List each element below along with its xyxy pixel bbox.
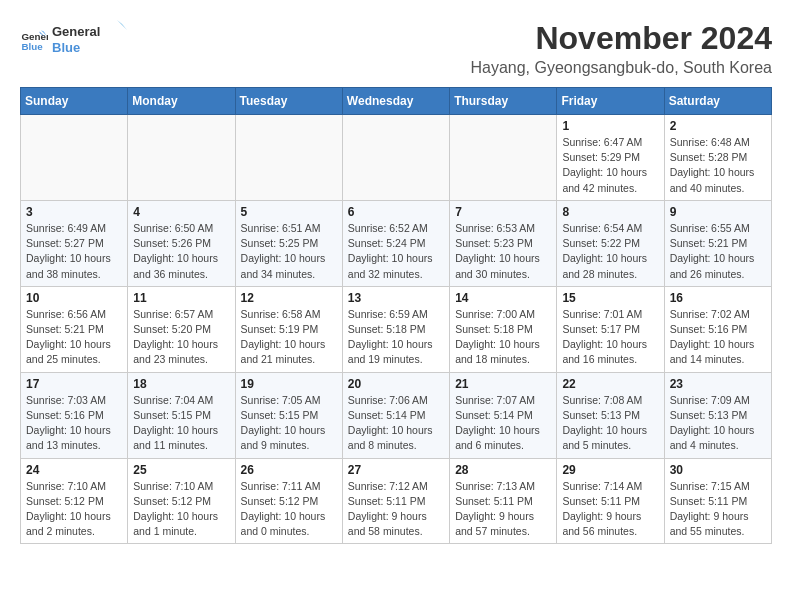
logo-svg: General Blue — [52, 20, 127, 60]
day-info: Sunrise: 6:48 AMSunset: 5:28 PMDaylight:… — [670, 135, 766, 196]
day-number: 28 — [455, 463, 551, 477]
calendar-cell: 5Sunrise: 6:51 AMSunset: 5:25 PMDaylight… — [235, 200, 342, 286]
day-info: Sunrise: 7:05 AMSunset: 5:15 PMDaylight:… — [241, 393, 337, 454]
day-info: Sunrise: 7:15 AMSunset: 5:11 PMDaylight:… — [670, 479, 766, 540]
day-number: 7 — [455, 205, 551, 219]
calendar-cell — [128, 115, 235, 201]
calendar-cell: 25Sunrise: 7:10 AMSunset: 5:12 PMDayligh… — [128, 458, 235, 544]
svg-text:Blue: Blue — [52, 40, 80, 55]
calendar-cell: 11Sunrise: 6:57 AMSunset: 5:20 PMDayligh… — [128, 286, 235, 372]
calendar-cell: 27Sunrise: 7:12 AMSunset: 5:11 PMDayligh… — [342, 458, 449, 544]
calendar-cell: 4Sunrise: 6:50 AMSunset: 5:26 PMDaylight… — [128, 200, 235, 286]
calendar-cell: 17Sunrise: 7:03 AMSunset: 5:16 PMDayligh… — [21, 372, 128, 458]
calendar-cell: 7Sunrise: 6:53 AMSunset: 5:23 PMDaylight… — [450, 200, 557, 286]
day-number: 15 — [562, 291, 658, 305]
svg-marker-4 — [114, 22, 124, 32]
day-info: Sunrise: 7:11 AMSunset: 5:12 PMDaylight:… — [241, 479, 337, 540]
day-number: 9 — [670, 205, 766, 219]
week-row-3: 10Sunrise: 6:56 AMSunset: 5:21 PMDayligh… — [21, 286, 772, 372]
day-number: 24 — [26, 463, 122, 477]
day-info: Sunrise: 7:04 AMSunset: 5:15 PMDaylight:… — [133, 393, 229, 454]
day-number: 16 — [670, 291, 766, 305]
calendar-cell — [342, 115, 449, 201]
day-info: Sunrise: 6:58 AMSunset: 5:19 PMDaylight:… — [241, 307, 337, 368]
day-info: Sunrise: 7:07 AMSunset: 5:14 PMDaylight:… — [455, 393, 551, 454]
day-number: 2 — [670, 119, 766, 133]
logo: General Blue General Blue — [20, 20, 127, 60]
day-number: 19 — [241, 377, 337, 391]
calendar-cell: 13Sunrise: 6:59 AMSunset: 5:18 PMDayligh… — [342, 286, 449, 372]
day-info: Sunrise: 6:50 AMSunset: 5:26 PMDaylight:… — [133, 221, 229, 282]
calendar-cell: 14Sunrise: 7:00 AMSunset: 5:18 PMDayligh… — [450, 286, 557, 372]
logo-icon: General Blue — [20, 26, 48, 54]
day-number: 10 — [26, 291, 122, 305]
calendar-cell: 1Sunrise: 6:47 AMSunset: 5:29 PMDaylight… — [557, 115, 664, 201]
svg-marker-5 — [117, 20, 127, 30]
svg-text:Blue: Blue — [21, 41, 43, 52]
day-info: Sunrise: 6:51 AMSunset: 5:25 PMDaylight:… — [241, 221, 337, 282]
day-number: 20 — [348, 377, 444, 391]
weekday-header-sunday: Sunday — [21, 88, 128, 115]
calendar-cell: 9Sunrise: 6:55 AMSunset: 5:21 PMDaylight… — [664, 200, 771, 286]
day-number: 13 — [348, 291, 444, 305]
day-info: Sunrise: 6:47 AMSunset: 5:29 PMDaylight:… — [562, 135, 658, 196]
calendar-cell: 19Sunrise: 7:05 AMSunset: 5:15 PMDayligh… — [235, 372, 342, 458]
calendar-cell: 16Sunrise: 7:02 AMSunset: 5:16 PMDayligh… — [664, 286, 771, 372]
day-info: Sunrise: 6:55 AMSunset: 5:21 PMDaylight:… — [670, 221, 766, 282]
calendar-cell — [21, 115, 128, 201]
calendar-cell: 18Sunrise: 7:04 AMSunset: 5:15 PMDayligh… — [128, 372, 235, 458]
day-number: 4 — [133, 205, 229, 219]
day-info: Sunrise: 7:10 AMSunset: 5:12 PMDaylight:… — [26, 479, 122, 540]
calendar-cell: 2Sunrise: 6:48 AMSunset: 5:28 PMDaylight… — [664, 115, 771, 201]
calendar-cell: 29Sunrise: 7:14 AMSunset: 5:11 PMDayligh… — [557, 458, 664, 544]
week-row-5: 24Sunrise: 7:10 AMSunset: 5:12 PMDayligh… — [21, 458, 772, 544]
week-row-4: 17Sunrise: 7:03 AMSunset: 5:16 PMDayligh… — [21, 372, 772, 458]
week-row-1: 1Sunrise: 6:47 AMSunset: 5:29 PMDaylight… — [21, 115, 772, 201]
calendar-cell: 24Sunrise: 7:10 AMSunset: 5:12 PMDayligh… — [21, 458, 128, 544]
day-number: 17 — [26, 377, 122, 391]
weekday-header-row: SundayMondayTuesdayWednesdayThursdayFrid… — [21, 88, 772, 115]
calendar-cell — [450, 115, 557, 201]
day-number: 11 — [133, 291, 229, 305]
calendar-cell: 10Sunrise: 6:56 AMSunset: 5:21 PMDayligh… — [21, 286, 128, 372]
day-number: 23 — [670, 377, 766, 391]
calendar-cell: 28Sunrise: 7:13 AMSunset: 5:11 PMDayligh… — [450, 458, 557, 544]
day-info: Sunrise: 7:03 AMSunset: 5:16 PMDaylight:… — [26, 393, 122, 454]
day-number: 26 — [241, 463, 337, 477]
day-info: Sunrise: 7:02 AMSunset: 5:16 PMDaylight:… — [670, 307, 766, 368]
day-number: 14 — [455, 291, 551, 305]
day-info: Sunrise: 7:00 AMSunset: 5:18 PMDaylight:… — [455, 307, 551, 368]
calendar-cell: 6Sunrise: 6:52 AMSunset: 5:24 PMDaylight… — [342, 200, 449, 286]
day-number: 18 — [133, 377, 229, 391]
calendar-title: November 2024 — [470, 20, 772, 57]
weekday-header-monday: Monday — [128, 88, 235, 115]
weekday-header-tuesday: Tuesday — [235, 88, 342, 115]
calendar-cell: 8Sunrise: 6:54 AMSunset: 5:22 PMDaylight… — [557, 200, 664, 286]
day-number: 3 — [26, 205, 122, 219]
day-number: 1 — [562, 119, 658, 133]
day-number: 25 — [133, 463, 229, 477]
calendar-cell: 20Sunrise: 7:06 AMSunset: 5:14 PMDayligh… — [342, 372, 449, 458]
day-info: Sunrise: 7:09 AMSunset: 5:13 PMDaylight:… — [670, 393, 766, 454]
calendar-cell: 23Sunrise: 7:09 AMSunset: 5:13 PMDayligh… — [664, 372, 771, 458]
day-info: Sunrise: 7:13 AMSunset: 5:11 PMDaylight:… — [455, 479, 551, 540]
calendar-subtitle: Hayang, Gyeongsangbuk-do, South Korea — [470, 59, 772, 77]
week-row-2: 3Sunrise: 6:49 AMSunset: 5:27 PMDaylight… — [21, 200, 772, 286]
day-number: 29 — [562, 463, 658, 477]
day-info: Sunrise: 6:57 AMSunset: 5:20 PMDaylight:… — [133, 307, 229, 368]
day-info: Sunrise: 6:59 AMSunset: 5:18 PMDaylight:… — [348, 307, 444, 368]
calendar-cell: 12Sunrise: 6:58 AMSunset: 5:19 PMDayligh… — [235, 286, 342, 372]
day-info: Sunrise: 6:53 AMSunset: 5:23 PMDaylight:… — [455, 221, 551, 282]
calendar-cell: 26Sunrise: 7:11 AMSunset: 5:12 PMDayligh… — [235, 458, 342, 544]
day-number: 22 — [562, 377, 658, 391]
day-info: Sunrise: 7:01 AMSunset: 5:17 PMDaylight:… — [562, 307, 658, 368]
day-number: 8 — [562, 205, 658, 219]
day-info: Sunrise: 7:12 AMSunset: 5:11 PMDaylight:… — [348, 479, 444, 540]
day-number: 12 — [241, 291, 337, 305]
day-number: 21 — [455, 377, 551, 391]
weekday-header-wednesday: Wednesday — [342, 88, 449, 115]
day-number: 30 — [670, 463, 766, 477]
day-info: Sunrise: 7:06 AMSunset: 5:14 PMDaylight:… — [348, 393, 444, 454]
calendar-cell: 21Sunrise: 7:07 AMSunset: 5:14 PMDayligh… — [450, 372, 557, 458]
day-info: Sunrise: 7:14 AMSunset: 5:11 PMDaylight:… — [562, 479, 658, 540]
